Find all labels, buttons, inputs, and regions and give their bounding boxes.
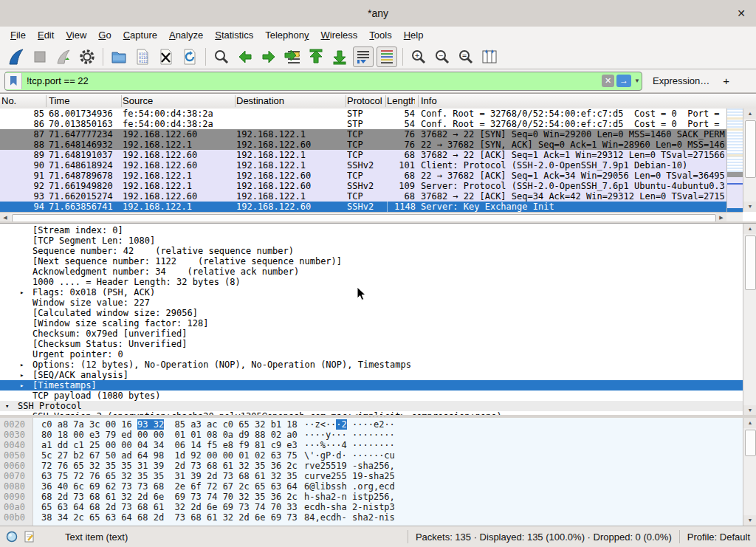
details-vscroll-thumb[interactable] (745, 235, 756, 290)
packet-list-vscroll-thumb[interactable] (745, 120, 756, 178)
filter-bookmark-icon[interactable] (5, 73, 22, 89)
close-window-button[interactable]: ✕ (732, 0, 750, 27)
hex-bytes[interactable]: 68 2d 73 68 61 32 2d 6e 69 73 74 70 32 3… (41, 492, 298, 502)
menu-item-file[interactable]: File (4, 27, 32, 44)
hex-ascii[interactable]: ····y··· ········ (304, 430, 395, 440)
detail-line[interactable]: [Next sequence number: 1122 (relative se… (0, 256, 743, 266)
hex-bytes[interactable]: 65 63 64 68 2d 73 68 61 32 2d 6e 69 73 7… (41, 502, 298, 512)
menu-item-tools[interactable]: Tools (363, 27, 397, 44)
hex-ascii[interactable]: 84,ecdh- sha2-nis (304, 512, 395, 523)
filter-clear-button[interactable]: ✕ (602, 75, 614, 87)
hex-ascii[interactable]: rve25519 -sha256, (304, 461, 395, 471)
go-back-button[interactable] (235, 47, 255, 67)
menu-item-view[interactable]: View (60, 27, 92, 44)
column-header-protocol[interactable]: Protocol (347, 94, 387, 109)
hex-ascii[interactable]: ···%···4 ········ (304, 440, 395, 450)
expand-icon[interactable]: ▸ (20, 287, 24, 297)
scroll-down-icon[interactable]: ▼ (743, 405, 756, 416)
resize-columns-button[interactable] (479, 47, 500, 67)
colorize-button[interactable] (377, 47, 397, 67)
capture-options-button[interactable] (77, 47, 97, 67)
scroll-up-icon[interactable]: ▲ (743, 109, 756, 119)
packet-row-90[interactable]: 9071.648618924192.168.122.60192.168.122.… (0, 160, 726, 171)
menu-item-statistics[interactable]: Statistics (209, 27, 259, 44)
detail-line[interactable]: Sequence number: 42 (relative sequence n… (0, 246, 743, 256)
collapse-icon[interactable]: ▾ (5, 401, 9, 411)
hex-ascii[interactable]: curve255 19-sha25 (304, 471, 395, 481)
go-forward-button[interactable] (258, 47, 279, 67)
detail-line[interactable]: [Checksum Status: Unverified] (0, 339, 743, 349)
auto-scroll-button[interactable] (353, 47, 374, 67)
filter-history-dropdown[interactable]: ▼ (633, 78, 642, 84)
detail-line[interactable]: [Window size scaling factor: 128] (0, 318, 743, 328)
menu-item-wireless[interactable]: Wireless (315, 27, 364, 44)
hex-row-0020[interactable]: 0020c0 a8 7a 3c 00 16 93 32 85 a3 ac c0 … (0, 419, 743, 430)
capture-comment-icon[interactable] (24, 531, 35, 543)
packet-row-91[interactable]: 9171.648789678192.168.122.1192.168.122.6… (0, 171, 726, 181)
go-first-button[interactable] (306, 47, 326, 67)
column-separator[interactable] (385, 95, 386, 107)
detail-line[interactable]: Window size value: 227 (0, 297, 743, 308)
column-header-destination[interactable]: Destination (236, 94, 344, 109)
detail-line[interactable]: Acknowledgment number: 34 (relative ack … (0, 266, 743, 277)
column-separator[interactable] (235, 95, 236, 107)
scroll-up-icon[interactable]: ▲ (743, 418, 756, 428)
save-file-button[interactable]: 010101100112 (132, 47, 153, 67)
hex-bytes[interactable]: 5c 27 b2 67 50 ad 64 98 1d 92 00 00 01 0… (41, 450, 298, 461)
close-file-button[interactable] (156, 47, 176, 67)
scroll-down-icon[interactable]: ▼ (743, 202, 756, 212)
detail-line[interactable]: ▸Options: (12 bytes), No-Operation (NOP)… (0, 359, 743, 370)
display-filter-box[interactable]: ✕ → ▼ (4, 72, 642, 91)
detail-line[interactable]: ▾SSH Protocol (0, 401, 743, 411)
go-last-button[interactable] (329, 47, 350, 67)
hex-bytes[interactable]: 63 75 72 76 65 32 35 35 31 39 2d 73 68 6… (41, 471, 298, 481)
menu-item-telephony[interactable]: Telephony (259, 27, 315, 44)
hex-row-0090[interactable]: 009068 2d 73 68 61 32 2d 6e 69 73 74 70 … (0, 492, 743, 502)
column-separator[interactable] (121, 95, 122, 107)
hex-ascii[interactable]: h-sha2-n istp256, (304, 492, 395, 502)
packet-row-88[interactable]: 8871.648146932192.168.122.1192.168.122.6… (0, 140, 726, 150)
hex-bytes[interactable]: 80 18 00 e3 79 ed 00 00 01 01 08 0a d9 8… (41, 430, 298, 440)
detail-line[interactable]: [Calculated window size: 29056] (0, 308, 743, 318)
hex-row-0050[interactable]: 00505c 27 b2 67 50 ad 64 98 1d 92 00 00 … (0, 450, 743, 461)
expand-icon[interactable]: ▸ (20, 370, 24, 380)
hex-vscrollbar[interactable]: ▲ ▼ (743, 418, 756, 526)
detail-line[interactable]: TCP payload (1080 bytes) (0, 391, 743, 401)
hex-bytes[interactable]: c0 a8 7a 3c 00 16 93 32 85 a3 ac c0 65 3… (41, 419, 298, 430)
menu-item-help[interactable]: Help (398, 27, 430, 44)
hex-row-00b0[interactable]: 00b038 34 2c 65 63 64 68 2d 73 68 61 32 … (0, 512, 743, 523)
hex-ascii[interactable]: ecdh-sha 2-nistp3 (304, 502, 395, 512)
find-packet-button[interactable] (211, 47, 232, 67)
reload-file-button[interactable] (179, 47, 200, 67)
packet-row-93[interactable]: 9371.662015274192.168.122.60192.168.122.… (0, 191, 726, 202)
start-capture-button[interactable] (6, 47, 27, 67)
filter-apply-button[interactable]: → (616, 75, 631, 87)
column-separator[interactable] (418, 95, 419, 107)
hex-ascii[interactable]: \'·gP·d· ······cu (304, 450, 395, 461)
column-header-no[interactable]: No. (1, 94, 44, 109)
restart-capture-button[interactable] (53, 47, 74, 67)
hex-row-0080[interactable]: 008036 40 6c 69 62 73 73 68 2e 6f 72 67 … (0, 481, 743, 492)
zoom-out-button[interactable]: − (432, 47, 453, 67)
details-vscrollbar[interactable]: ▲ ▼ (743, 224, 756, 416)
column-header-time[interactable]: Time (49, 94, 120, 109)
detail-line[interactable]: ▸Flags: 0x018 (PSH, ACK) (0, 287, 743, 297)
column-header-length[interactable]: Length (387, 94, 415, 109)
detail-line[interactable]: ▸[Timestamps] (0, 380, 743, 391)
detail-line[interactable]: Urgent pointer: 0 (0, 349, 743, 359)
menu-item-edit[interactable]: Edit (32, 27, 60, 44)
filter-add-button[interactable]: + (723, 75, 729, 87)
packet-row-87[interactable]: 8771.647777234192.168.122.60192.168.122.… (0, 129, 726, 140)
expression-button[interactable]: Expression… (653, 75, 709, 86)
scroll-up-icon[interactable]: ▲ (743, 224, 756, 234)
status-profile[interactable]: Profile: Default (687, 531, 750, 543)
hex-ascii[interactable]: 6@libssh .org,ecd (304, 481, 395, 492)
packet-row-89[interactable]: 8971.648191037192.168.122.60192.168.122.… (0, 150, 726, 160)
hex-bytes[interactable]: 36 40 6c 69 62 73 73 68 2e 6f 72 67 2c 6… (41, 481, 298, 492)
detail-line[interactable]: ▸[SEQ/ACK analysis] (0, 370, 743, 380)
menu-item-go[interactable]: Go (92, 27, 117, 44)
column-separator[interactable] (46, 95, 47, 107)
packet-row-85[interactable]: 8568.001734936fe:54:00:d4:38:2aSTP54Conf… (0, 109, 726, 119)
open-file-button[interactable] (109, 47, 129, 67)
packet-row-86[interactable]: 8670.013850163fe:54:00:d4:38:2aSTP54Conf… (0, 119, 726, 129)
